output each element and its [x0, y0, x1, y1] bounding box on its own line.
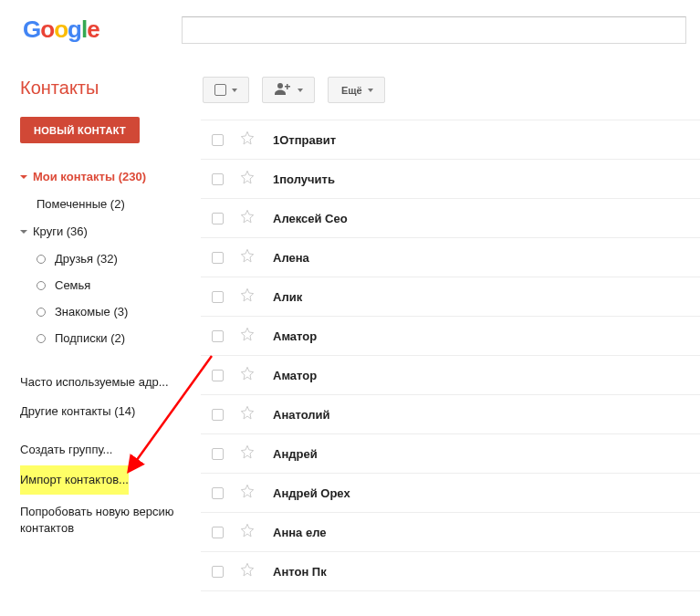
contact-name: Антон Пк — [273, 565, 327, 579]
contact-name: Алена — [273, 251, 309, 265]
person-add-icon — [274, 82, 292, 98]
star-icon[interactable] — [240, 209, 255, 228]
circle-icon — [37, 334, 46, 343]
checkbox[interactable] — [212, 330, 224, 342]
star-icon[interactable] — [240, 444, 255, 464]
svg-point-0 — [277, 83, 283, 89]
sidebar-item-circle[interactable]: Семья — [33, 272, 201, 298]
contact-row[interactable]: Андрей — [201, 434, 700, 474]
star-icon[interactable] — [240, 562, 255, 581]
contact-name: Алексей Сео — [273, 212, 348, 225]
sidebar-item-label: Семья — [55, 278, 90, 292]
contact-row[interactable]: Алик — [201, 277, 700, 317]
chevron-down-icon — [368, 89, 373, 92]
contact-row[interactable]: Антон Пк — [201, 552, 700, 591]
sidebar-item-label: Знакомые (3) — [55, 305, 128, 318]
more-button[interactable]: Ещё — [328, 77, 385, 103]
main-panel: Ещё 1Отправит1получитьАлексей СеоАленаАл… — [201, 55, 700, 616]
sidebar-item[interactable]: Помеченные (2) — [33, 191, 201, 217]
add-to-group-button[interactable] — [262, 77, 315, 103]
sidebar-item-circle[interactable]: Друзья (32) — [33, 245, 201, 272]
sidebar-item-label: Друзья (32) — [55, 252, 118, 266]
chevron-down-icon — [298, 89, 303, 92]
star-icon[interactable] — [240, 248, 255, 267]
contact-name: Аматор — [273, 329, 317, 343]
sidebar-item-circle[interactable]: Подписки (2) — [33, 325, 201, 351]
sidebar-item[interactable]: Другие контакты (14) — [20, 397, 193, 426]
contact-row[interactable]: Андрей Орех — [201, 474, 700, 513]
contact-row[interactable]: Алексей Сео — [201, 199, 700, 238]
circle-icon — [37, 308, 46, 317]
contact-row[interactable]: Анна еле — [201, 513, 700, 552]
checkbox[interactable] — [212, 409, 224, 421]
contact-name: Алик — [273, 290, 302, 304]
checkbox[interactable] — [212, 448, 224, 460]
star-icon[interactable] — [240, 523, 255, 542]
star-icon[interactable] — [240, 170, 255, 189]
contact-list: 1Отправит1получитьАлексей СеоАленаАликАм… — [201, 120, 700, 591]
contact-name: 1получить — [273, 172, 335, 186]
circle-icon — [37, 255, 46, 264]
checkbox[interactable] — [212, 173, 224, 185]
checkbox[interactable] — [212, 252, 224, 264]
checkbox[interactable] — [212, 213, 224, 224]
star-icon[interactable] — [240, 131, 255, 150]
select-all-button[interactable] — [203, 77, 249, 103]
sidebar: Контакты НОВЫЙ КОНТАКТ Мои контакты (230… — [0, 55, 201, 616]
search-input[interactable] — [182, 16, 686, 44]
circle-icon — [37, 281, 46, 290]
contact-name: Анна еле — [273, 526, 326, 539]
checkbox[interactable] — [212, 487, 224, 499]
checkbox[interactable] — [212, 134, 224, 146]
sidebar-group-my-contacts[interactable]: Мои контакты (230) — [20, 166, 201, 187]
more-label: Ещё — [341, 85, 362, 96]
new-contact-button[interactable]: НОВЫЙ КОНТАКТ — [20, 117, 140, 143]
chevron-down-icon — [232, 89, 237, 92]
star-icon[interactable] — [240, 366, 255, 385]
sidebar-item-import-contacts[interactable]: Импорт контактов... — [20, 465, 129, 495]
contact-row[interactable]: Анатолий — [201, 395, 700, 434]
contact-row[interactable]: Аматор — [201, 317, 700, 356]
chevron-down-icon — [20, 230, 27, 234]
sidebar-group-label: Мои контакты (230) — [33, 170, 146, 183]
checkbox[interactable] — [212, 566, 224, 578]
contact-name: 1Отправит — [273, 133, 336, 147]
star-icon[interactable] — [240, 405, 255, 424]
checkbox[interactable] — [212, 370, 224, 381]
contact-name: Андрей Орех — [273, 486, 350, 500]
sidebar-group-label: Круги (36) — [33, 224, 88, 238]
app-title: Контакты — [20, 64, 201, 117]
sidebar-item[interactable]: Создать группу... — [20, 435, 193, 465]
contact-name: Андрей — [273, 447, 318, 461]
contact-name: Анатолий — [273, 408, 330, 422]
sidebar-group-circles[interactable]: Круги (36) — [20, 221, 201, 242]
google-logo: Google — [23, 16, 99, 44]
sidebar-item-label: Помеченные (2) — [37, 197, 125, 211]
star-icon[interactable] — [240, 287, 255, 307]
sidebar-item-circle[interactable]: Знакомые (3) — [33, 298, 201, 325]
sidebar-item[interactable]: Попробовать новую версию контактов — [20, 497, 189, 543]
sidebar-item[interactable]: Часто используемые адр... — [20, 368, 193, 397]
sidebar-item-label: Подписки (2) — [55, 331, 125, 345]
contact-row[interactable]: 1Отправит — [201, 120, 700, 160]
contact-row[interactable]: Аматор — [201, 356, 700, 395]
toolbar: Ещё — [201, 64, 700, 120]
star-icon[interactable] — [240, 327, 255, 346]
checkbox-icon — [214, 84, 226, 96]
star-icon[interactable] — [240, 484, 255, 503]
contact-name: Аматор — [273, 369, 317, 382]
checkbox[interactable] — [212, 291, 224, 303]
chevron-down-icon — [20, 175, 27, 179]
svg-rect-2 — [285, 86, 290, 88]
checkbox[interactable] — [212, 527, 224, 538]
contact-row[interactable]: 1получить — [201, 160, 700, 199]
contact-row[interactable]: Алена — [201, 238, 700, 277]
